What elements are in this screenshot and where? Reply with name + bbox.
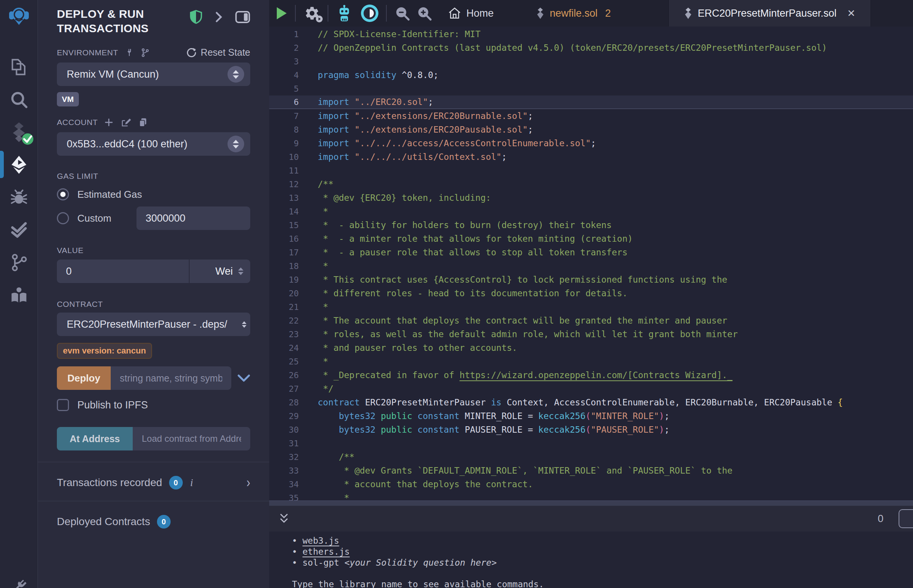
sidebar-item-solidity-compiler[interactable] (0, 116, 38, 149)
code-line: 8import "../extensions/ERC20Pausable.sol… (269, 123, 913, 136)
publish-to-ipfs-option[interactable]: Publish to IPFS (57, 399, 250, 411)
line-number: 26 (269, 370, 312, 380)
add-account-icon[interactable] (104, 118, 114, 127)
sidebar-item-debugger[interactable] (0, 181, 38, 214)
expand-transactions-icon[interactable]: › (246, 475, 250, 491)
shield-icon[interactable] (189, 10, 202, 24)
sidebar-item-deploy-run[interactable] (0, 149, 38, 181)
transactions-recorded-section[interactable]: Transactions recorded 0 i › (57, 462, 250, 501)
code-line: 20 * different roles - head to its docum… (269, 286, 913, 300)
remix-logo-icon (9, 6, 29, 26)
terminal-link[interactable]: ethers.js (303, 547, 350, 557)
remix-logo[interactable] (0, 0, 38, 32)
value-unit-select[interactable]: Wei (189, 260, 250, 283)
environment-select[interactable]: Remix VM (Cancun) (57, 63, 250, 86)
book-reader-icon (9, 285, 29, 305)
copy-address-icon[interactable] (138, 117, 148, 128)
line-number: 27 (269, 384, 312, 394)
zoom-in-icon[interactable] (416, 5, 432, 21)
account-select[interactable]: 0x5B3...eddC4 (100 ether) (57, 132, 250, 156)
code-line: 6import "../ERC20.sol"; (269, 95, 913, 109)
at-address-input[interactable] (133, 427, 250, 451)
tab-home[interactable]: Home (440, 0, 502, 26)
file-explorer-icon (9, 57, 29, 77)
custom-gas-input[interactable] (136, 207, 250, 230)
terminal-listen-count: 0 (878, 513, 884, 525)
plug-icon (9, 576, 29, 588)
ai-copilot-toggle[interactable] (361, 5, 379, 22)
line-number: 22 (269, 316, 312, 325)
code-line: 23 * roles, as well as the default admin… (269, 327, 913, 341)
at-address-button[interactable]: At Address (57, 427, 133, 451)
code-line: 28contract ERC20PresetMinterPauser is Co… (269, 396, 913, 409)
code-line: 22 * The account that deploys the contra… (269, 314, 913, 327)
line-number: 7 (269, 111, 312, 121)
deployed-count-badge: 0 (157, 515, 171, 528)
code-line: 27 */ (269, 382, 913, 396)
code-line: 17 * - a pauser role that allows to stop… (269, 246, 913, 259)
reset-state-button[interactable]: Reset State (186, 47, 250, 58)
sidebar-item-file-explorer[interactable] (0, 51, 38, 83)
sidebar-item-plugin-manager[interactable] (0, 577, 38, 588)
run-settings-gear-icon[interactable] (304, 5, 320, 21)
code-lines: 1// SPDX-License-Identifier: MIT2// Open… (269, 27, 913, 501)
info-icon[interactable]: i (190, 477, 193, 489)
custom-gas-option[interactable]: Custom (57, 212, 136, 224)
code-line: 14 * (269, 205, 913, 218)
sidebar-item-learneth[interactable] (0, 279, 38, 312)
value-input[interactable] (57, 260, 189, 283)
editor-region: Home newfile.sol 2 ERC20PresetMinterPaus… (269, 0, 913, 588)
fork-environment-icon[interactable] (140, 48, 150, 58)
expand-constructor-icon[interactable] (237, 373, 250, 383)
evm-version-badge: evm version: cancun (57, 343, 152, 359)
code-editor[interactable]: 1// SPDX-License-Identifier: MIT2// Open… (269, 26, 913, 501)
code-line: 31 (269, 436, 913, 450)
select-spinner-icon (228, 136, 244, 152)
sidebar-item-search[interactable] (0, 83, 38, 116)
contract-select[interactable]: ERC20PresetMinterPauser - .deps/ (57, 313, 250, 336)
collapse-terminal-icon[interactable] (278, 512, 290, 525)
contract-label: CONTRACT (57, 300, 103, 309)
sidebar-item-git[interactable] (0, 246, 38, 279)
line-number: 18 (269, 262, 312, 271)
estimated-gas-option[interactable]: Estimated Gas (57, 188, 250, 200)
zoom-out-icon[interactable] (394, 5, 410, 21)
code-line: 11 (269, 164, 913, 177)
code-line: 3 (269, 55, 913, 68)
code-line: 33 * @dev Grants `DEFAULT_ADMIN_ROLE`, `… (269, 464, 913, 477)
code-line: 29 bytes32 public constant MINTER_ROLE =… (269, 409, 913, 423)
radio-unselected-icon (57, 212, 69, 224)
code-line: 7import "../extensions/ERC20Burnable.sol… (269, 109, 913, 123)
terminal-item: ethers.js (292, 546, 913, 557)
compile-success-badge (22, 133, 33, 145)
panel-layout-icon[interactable] (235, 11, 250, 24)
line-number: 16 (269, 234, 312, 244)
code-line: 9import "../../../access/AccessControlEn… (269, 136, 913, 150)
terminal-resize-handle[interactable] (269, 501, 913, 506)
solidity-file-icon (536, 8, 544, 19)
deploy-button[interactable]: Deploy (57, 367, 111, 390)
code-line: 19 * This contract uses {AccessControl} … (269, 273, 913, 286)
code-line: 35 * (269, 491, 913, 501)
terminal-search-input[interactable] (898, 509, 913, 528)
edit-account-icon[interactable] (121, 117, 131, 128)
chevron-right-icon[interactable] (214, 11, 224, 23)
close-tab-icon[interactable]: ✕ (847, 8, 855, 19)
divider (295, 5, 296, 22)
code-line: 4pragma solidity ^0.8.0; (269, 68, 913, 82)
terminal-link[interactable]: web3.js (303, 536, 339, 546)
gas-limit-label: GAS LIMIT (57, 171, 98, 181)
tab-newfile[interactable]: newfile.sol 2 (515, 0, 632, 26)
run-script-icon[interactable] (277, 7, 287, 19)
constructor-args-input[interactable] (111, 367, 231, 390)
code-line: 26 * _Deprecated in favor of https://wiz… (269, 368, 913, 382)
select-arrows-icon (242, 321, 246, 328)
line-number: 24 (269, 343, 312, 353)
code-line: 18 * (269, 259, 913, 273)
plug-small-icon[interactable] (125, 48, 134, 58)
tab-erc20presetminterpauser[interactable]: ERC20PresetMinterPauser.sol ✕ (669, 0, 871, 26)
sidebar-item-unit-testing[interactable] (0, 214, 38, 246)
ai-assistant-robot-icon[interactable] (336, 5, 353, 22)
line-number: 11 (269, 166, 312, 175)
bug-icon (9, 187, 29, 207)
